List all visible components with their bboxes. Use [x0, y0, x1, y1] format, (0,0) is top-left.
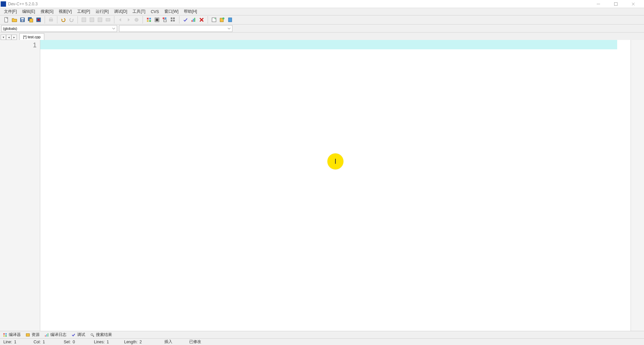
delete-profile-button[interactable] [198, 16, 205, 23]
menu-debug[interactable]: 调试[D] [111, 8, 130, 15]
menu-view[interactable]: 视图[V] [56, 8, 74, 15]
code-editor[interactable]: I [40, 40, 631, 331]
replace-button[interactable] [88, 16, 96, 23]
svg-rect-30 [163, 17, 164, 19]
open-file-button[interactable] [11, 16, 18, 23]
svg-rect-24 [147, 18, 149, 19]
compile-button[interactable] [145, 16, 153, 23]
member-selector[interactable] [119, 25, 232, 32]
undo-button[interactable] [60, 16, 67, 23]
svg-rect-53 [46, 334, 47, 337]
svg-rect-47 [3, 333, 5, 335]
file-tab-test-cpp[interactable]: [*] test.cpp [19, 33, 44, 40]
bottom-tab-resources[interactable]: 资源 [23, 331, 42, 338]
menu-bar: 文件[F] 编辑[E] 搜索[S] 视图[V] 工程[P] 运行[R] 调试[D… [0, 8, 644, 15]
debug-button[interactable] [182, 16, 189, 23]
status-bar: Line: 1 Col: 1 Sel: 0 Lines: 1 Length: 2… [0, 338, 644, 345]
svg-rect-52 [45, 335, 46, 337]
minimize-button[interactable] [594, 1, 602, 7]
menu-edit[interactable]: 编辑[E] [19, 8, 38, 15]
svg-rect-32 [164, 20, 166, 22]
svg-point-55 [91, 334, 93, 336]
svg-point-23 [135, 18, 138, 21]
compile-run-button[interactable] [161, 16, 169, 23]
bookmark-toggle-button[interactable] [133, 16, 140, 23]
maximize-button[interactable] [612, 1, 620, 7]
save-all-button[interactable] [27, 16, 34, 23]
scope-selector[interactable]: (globals) [1, 25, 117, 32]
redo-button[interactable] [68, 16, 75, 23]
svg-rect-13 [49, 19, 53, 21]
rebuild-button[interactable] [169, 16, 177, 23]
print-button[interactable] [47, 16, 55, 23]
close-file-button[interactable] [35, 16, 42, 23]
editor-area: 1 I [0, 40, 644, 331]
file-tab-label: [*] test.cpp [23, 35, 41, 39]
goto-button[interactable] [104, 16, 112, 23]
check-icon [71, 333, 76, 337]
menu-help[interactable]: 帮助[H] [181, 8, 200, 15]
line-number: 1 [0, 41, 37, 49]
svg-rect-4 [5, 17, 8, 22]
menu-search[interactable]: 搜索[S] [38, 8, 56, 15]
status-length: Length: 2 [121, 340, 151, 344]
svg-rect-7 [21, 20, 23, 21]
svg-rect-9 [30, 19, 33, 22]
new-file-button[interactable] [3, 16, 10, 23]
svg-rect-36 [173, 20, 175, 21]
menu-window[interactable]: 窗口[W] [162, 8, 181, 15]
scope-bar: (globals) [0, 24, 644, 33]
svg-rect-14 [50, 18, 52, 19]
svg-rect-31 [165, 17, 166, 19]
bottom-tab-debug[interactable]: 调试 [69, 331, 87, 338]
menu-cvs[interactable]: CVS [148, 9, 162, 15]
run-button[interactable] [153, 16, 161, 23]
menu-file[interactable]: 文件[F] [1, 8, 19, 15]
chevron-down-icon [227, 27, 231, 31]
svg-rect-29 [156, 18, 158, 21]
bookmark-prev-button[interactable] [117, 16, 124, 23]
bottom-tab-compile-log[interactable]: 编译日志 [42, 331, 68, 338]
search-icon [90, 333, 95, 337]
bookmark-next-button[interactable] [125, 16, 132, 23]
svg-rect-18 [90, 18, 94, 22]
tab-next-button[interactable]: ▸ [11, 35, 17, 40]
resources-icon [25, 333, 30, 337]
add-file-button[interactable] [218, 16, 226, 23]
svg-point-45 [222, 17, 224, 19]
new-project-button[interactable] [210, 16, 218, 23]
menu-project[interactable]: 工程[P] [74, 8, 93, 15]
svg-rect-49 [3, 335, 5, 337]
tab-list-button[interactable]: ▾ [1, 35, 6, 40]
toolbar [0, 15, 644, 24]
menu-tools[interactable]: 工具[T] [130, 8, 148, 15]
bottom-tab-compiler[interactable]: 编译器 [1, 331, 23, 338]
bottom-tab-label: 编译器 [9, 332, 21, 338]
svg-rect-48 [5, 333, 7, 335]
svg-rect-54 [48, 333, 48, 337]
bottom-tab-label: 资源 [32, 332, 40, 338]
project-options-button[interactable] [226, 16, 234, 23]
status-sel: Sel: 0 [60, 340, 91, 344]
find-next-button[interactable] [96, 16, 104, 23]
profile-button[interactable] [190, 16, 197, 23]
save-button[interactable] [19, 16, 26, 23]
svg-rect-33 [171, 17, 172, 19]
bottom-tab-label: 调试 [77, 332, 85, 338]
bottom-tab-label: 编译日志 [50, 332, 66, 338]
svg-marker-22 [128, 18, 130, 21]
svg-rect-26 [147, 20, 149, 22]
right-gutter [631, 40, 644, 331]
close-button[interactable] [629, 1, 637, 7]
bottom-tab-search-results[interactable]: 搜索结果 [88, 331, 114, 338]
find-button[interactable] [80, 16, 88, 23]
status-insert-mode: 插入 [161, 339, 176, 345]
svg-marker-16 [72, 19, 74, 20]
bottom-tab-bar: 编译器 资源 编译日志 调试 搜索结果 [0, 331, 644, 338]
menu-run[interactable]: 运行[R] [93, 8, 111, 15]
svg-rect-35 [171, 20, 172, 21]
grid-icon [3, 333, 7, 337]
status-line: Line: 1 [0, 340, 30, 344]
svg-rect-1 [614, 2, 618, 5]
tab-prev-button[interactable]: ◂ [6, 35, 11, 40]
